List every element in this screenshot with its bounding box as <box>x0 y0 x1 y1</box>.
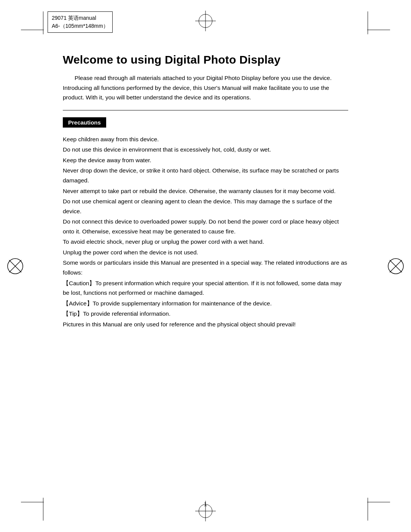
body-p11: 【Caution】To present information which re… <box>63 278 348 298</box>
crop-mark-bl-h <box>21 502 44 502</box>
crop-mark-tr-h <box>367 30 390 30</box>
crop-mark-br-h <box>367 502 390 502</box>
body-p13: 【Tip】To provide referential information. <box>63 309 348 319</box>
page-number: 1 <box>204 501 207 507</box>
crop-mark-tr-v <box>368 11 368 34</box>
body-p14: Pictures in this Manual are only used fo… <box>63 320 348 329</box>
crosshair-top-icon <box>199 14 212 28</box>
header-info-box: 29071 英语manual A6-（105mm*148mm） <box>48 11 113 33</box>
section-divider <box>63 110 348 110</box>
header-line1: 29071 英语manual <box>52 14 108 22</box>
x-mark-right-icon <box>387 258 404 275</box>
body-p1: Keep children away from this device. <box>63 134 348 144</box>
crop-mark-tl-h <box>21 30 44 30</box>
page-title: Welcome to using Digital Photo Display <box>63 53 348 66</box>
body-p10: Some words or particulars inside this Ma… <box>63 258 348 277</box>
body-content: Keep children away from this device. Do … <box>63 134 348 329</box>
body-p9: Unplug the power cord when the device is… <box>63 248 348 257</box>
body-p6: Do not use chemical agent or cleaning ag… <box>63 197 348 216</box>
body-p2: Do not use this device in environment th… <box>63 145 348 155</box>
body-p4: Never drop down the device, or strike it… <box>63 166 348 185</box>
body-p8: To avoid electric shock, never plug or u… <box>63 237 348 247</box>
header-line2: A6-（105mm*148mm） <box>52 22 108 30</box>
body-p12: 【Advice】To provide supplementary informa… <box>63 299 348 308</box>
body-p3: Keep the device away from water. <box>63 155 348 165</box>
x-mark-left-icon <box>7 258 24 275</box>
crop-mark-tl-v <box>43 11 43 34</box>
crop-mark-bl-v <box>43 498 43 521</box>
page: 29071 英语manual A6-（105mm*148mm） Welcome … <box>0 0 411 532</box>
body-p7: Do not connect this device to overloaded… <box>63 217 348 236</box>
main-content: Welcome to using Digital Photo Display P… <box>63 53 348 486</box>
crop-mark-br-v <box>368 498 368 521</box>
intro-paragraph: Please read through all materials attach… <box>63 73 348 102</box>
precautions-badge: Precautions <box>63 117 106 128</box>
body-p5: Never attempt to take part or rebuild th… <box>63 186 348 196</box>
